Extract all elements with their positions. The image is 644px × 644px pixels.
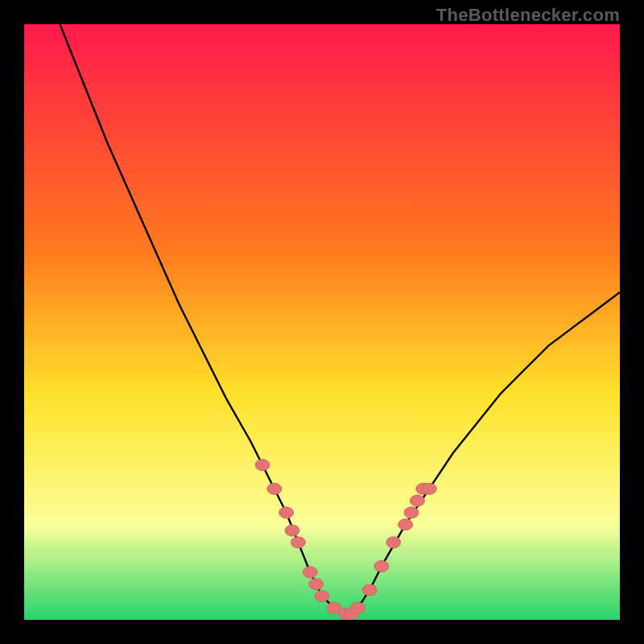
- marker-point: [255, 460, 270, 471]
- marker-point: [315, 590, 329, 601]
- marker-point: [350, 602, 365, 613]
- marker-point: [404, 507, 419, 518]
- marker-point: [422, 483, 436, 494]
- marker-point: [410, 495, 424, 506]
- chart-frame: [24, 24, 620, 620]
- bottleneck-chart: [24, 24, 620, 620]
- marker-point: [279, 507, 294, 518]
- marker-point: [303, 567, 317, 578]
- gradient-background: [24, 24, 620, 620]
- marker-point: [309, 579, 324, 590]
- marker-point: [386, 537, 401, 548]
- marker-point: [362, 584, 377, 596]
- watermark-text: TheBottlenecker.com: [436, 5, 620, 26]
- marker-point: [285, 525, 299, 536]
- marker-point: [374, 560, 389, 572]
- marker-point: [398, 519, 413, 530]
- marker-point: [267, 483, 282, 494]
- marker-point: [291, 537, 305, 548]
